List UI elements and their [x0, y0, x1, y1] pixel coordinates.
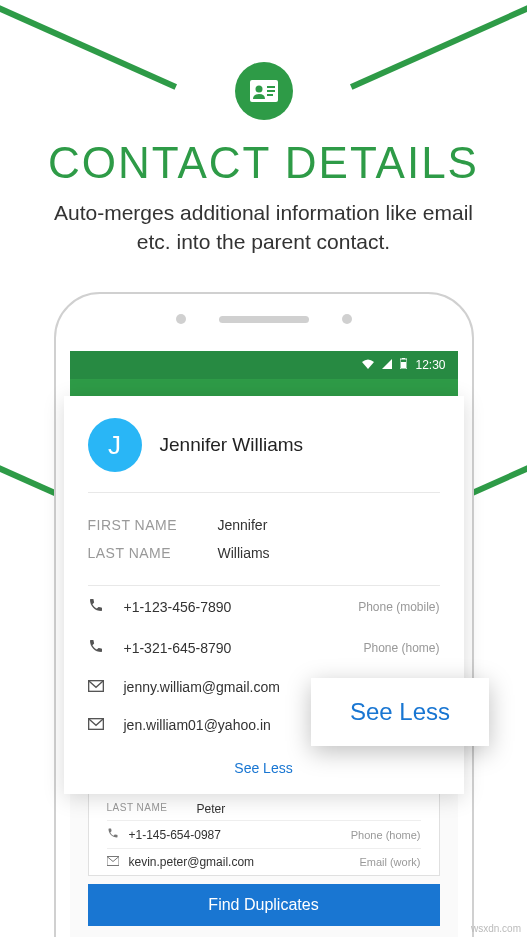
phone-value: +1-123-456-7890: [124, 599, 359, 615]
list-item: +1-145-654-0987 Phone (home): [107, 820, 421, 848]
email-icon: [88, 679, 108, 695]
contact-full-name: Jennifer Williams: [160, 434, 304, 456]
email-value: kevin.peter@gmail.com: [129, 855, 360, 869]
see-less-popup[interactable]: See Less: [311, 678, 489, 746]
email-type: Email (work): [359, 856, 420, 868]
status-bar: 12:30: [70, 351, 458, 379]
see-less-link[interactable]: See Less: [234, 760, 292, 776]
phone-type: Phone (home): [351, 829, 421, 841]
phone-sensor: [342, 314, 352, 324]
phone-icon: [107, 827, 119, 842]
card-header: J Jennifer Williams: [88, 418, 440, 493]
list-item: +1-123-456-7890 Phone (mobile): [88, 586, 440, 627]
last-name-label: LAST NAME: [88, 545, 218, 561]
signal-icon: [382, 358, 392, 372]
svg-rect-2: [267, 86, 275, 88]
wifi-icon: [362, 358, 374, 372]
list-item: kevin.peter@gmail.com Email (work): [107, 848, 421, 875]
phone-camera: [176, 314, 186, 324]
name-section: FIRST NAMEJennifer LAST NAMEWilliams: [88, 493, 440, 586]
page-subtitle: Auto-merges additional information like …: [40, 198, 487, 257]
svg-rect-3: [267, 90, 275, 92]
find-duplicates-button[interactable]: Find Duplicates: [88, 884, 440, 926]
last-name-value: Williams: [218, 545, 270, 561]
decoration-line: [350, 0, 527, 90]
status-time: 12:30: [415, 358, 445, 372]
battery-icon: [400, 358, 407, 372]
phone-value: +1-145-654-0987: [129, 828, 351, 842]
decoration-line: [0, 0, 177, 90]
first-name-label: FIRST NAME: [88, 517, 218, 533]
phone-value: +1-321-645-8790: [124, 640, 364, 656]
svg-rect-6: [402, 358, 405, 359]
phone-type: Phone (home): [363, 641, 439, 655]
page-title: CONTACT DETAILS: [0, 138, 527, 188]
svg-rect-4: [267, 94, 273, 96]
last-name-label: LAST NAME: [107, 802, 197, 816]
avatar: J: [88, 418, 142, 472]
email-icon: [88, 717, 108, 733]
svg-rect-7: [401, 362, 406, 368]
phone-icon: [88, 597, 108, 616]
first-name-value: Jennifer: [218, 517, 268, 533]
svg-point-1: [255, 86, 262, 93]
contact-card-icon: [235, 62, 293, 120]
phone-type: Phone (mobile): [358, 600, 439, 614]
phone-speaker: [219, 316, 309, 323]
email-icon: [107, 855, 119, 869]
last-name-value: Peter: [197, 802, 226, 816]
list-item: +1-321-645-8790 Phone (home): [88, 627, 440, 668]
watermark: wsxdn.com: [471, 923, 521, 934]
phone-icon: [88, 638, 108, 657]
